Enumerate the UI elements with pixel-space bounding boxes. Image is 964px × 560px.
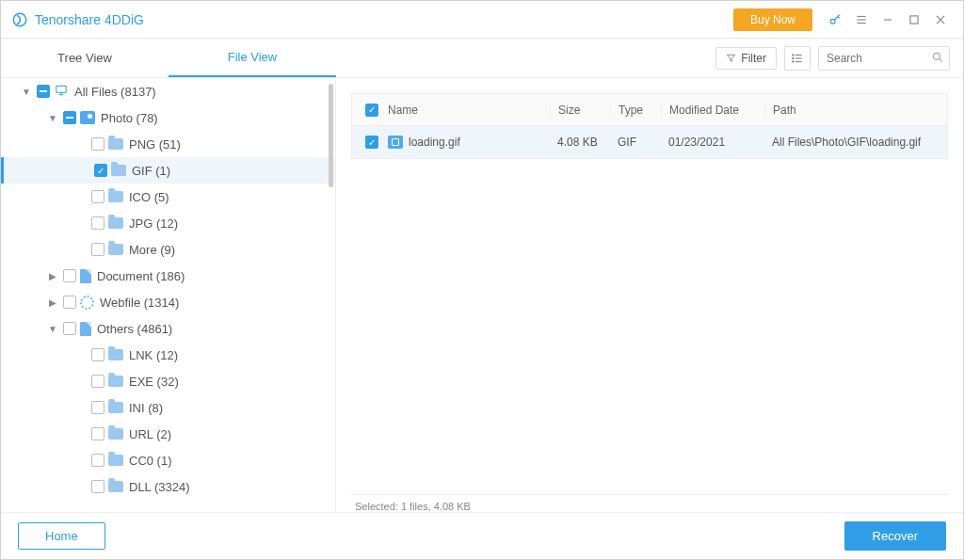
row-checkbox[interactable] xyxy=(365,136,378,149)
checkbox[interactable] xyxy=(37,85,50,98)
chevron-down-icon: ▼ xyxy=(20,87,33,97)
search-icon xyxy=(931,51,944,68)
tree-label: Photo (78) xyxy=(101,111,158,125)
tree-dll[interactable]: DLL (3324) xyxy=(1,473,335,500)
tree-label: EXE (32) xyxy=(129,375,179,389)
checkbox[interactable] xyxy=(91,480,104,493)
globe-icon xyxy=(80,296,94,310)
tree-cc0[interactable]: CC0 (1) xyxy=(1,447,335,473)
checkbox[interactable] xyxy=(94,164,107,177)
tree-label: PNG (51) xyxy=(129,137,181,152)
tree-label: INI (8) xyxy=(129,401,163,415)
home-button[interactable]: Home xyxy=(18,522,105,550)
tree-label: JPG (12) xyxy=(129,216,178,231)
list-view-button[interactable] xyxy=(784,46,811,71)
search-wrap xyxy=(818,46,950,71)
search-input[interactable] xyxy=(818,46,950,71)
col-type[interactable]: Type xyxy=(610,104,661,117)
filter-label: Filter xyxy=(741,52,766,65)
image-file-icon xyxy=(388,136,403,149)
checkbox[interactable] xyxy=(91,427,104,440)
folder-icon xyxy=(108,402,123,413)
key-icon[interactable] xyxy=(822,7,848,33)
tree-png[interactable]: PNG (51) xyxy=(1,131,335,157)
checkbox[interactable] xyxy=(91,190,104,203)
filter-button[interactable]: Filter xyxy=(715,47,777,70)
checkbox[interactable] xyxy=(91,137,104,151)
recover-button[interactable]: Recover xyxy=(844,521,946,551)
svg-point-12 xyxy=(793,54,794,55)
checkbox[interactable] xyxy=(91,348,104,361)
scrollbar-track xyxy=(329,78,335,512)
folder-icon xyxy=(108,376,123,387)
status-bar: Selected: 1 files, 4.08 KB xyxy=(351,494,948,512)
checkbox[interactable] xyxy=(91,375,104,388)
tree-webfile[interactable]: ▶ Webfile (1314) xyxy=(1,289,335,315)
tree-exe[interactable]: EXE (32) xyxy=(1,368,335,394)
tree-document[interactable]: ▶ Document (186) xyxy=(1,263,335,289)
chevron-down-icon: ▼ xyxy=(46,113,59,123)
tree-jpg[interactable]: JPG (12) xyxy=(1,210,335,236)
tree-photo[interactable]: ▼ Photo (78) xyxy=(1,104,335,131)
folder-icon xyxy=(108,428,123,440)
tree-ini[interactable]: INI (8) xyxy=(1,394,335,421)
tree-lnk[interactable]: LNK (12) xyxy=(1,342,335,368)
folder-icon xyxy=(108,455,123,466)
checkbox[interactable] xyxy=(91,401,104,414)
chevron-right-icon: ▶ xyxy=(46,271,59,281)
tree-more[interactable]: More (9) xyxy=(1,236,335,263)
select-all-checkbox[interactable] xyxy=(365,104,378,117)
svg-point-15 xyxy=(933,53,940,59)
close-icon[interactable] xyxy=(927,7,954,33)
folder-icon xyxy=(108,217,123,229)
scrollbar-thumb[interactable] xyxy=(329,84,333,187)
checkbox[interactable] xyxy=(63,296,76,309)
folder-icon xyxy=(108,349,123,360)
buy-now-button[interactable]: Buy Now xyxy=(733,8,812,31)
folder-icon xyxy=(108,138,123,150)
col-size[interactable]: Size xyxy=(550,104,610,117)
toolbar-row: Tree View File View Filter xyxy=(1,39,963,78)
tree-label: All Files (8137) xyxy=(74,85,156,99)
checkbox[interactable] xyxy=(91,243,104,256)
photo-icon xyxy=(80,111,95,124)
file-tree-sidebar: ▼ All Files (8137) ▼ Photo (78) PNG (51)… xyxy=(1,78,336,512)
tree-others[interactable]: ▼ Others (4861) xyxy=(1,315,335,342)
svg-line-16 xyxy=(940,58,942,61)
app-logo-icon xyxy=(10,10,29,29)
tab-tree-view[interactable]: Tree View xyxy=(1,39,169,77)
file-date: 01/23/2021 xyxy=(661,136,764,149)
col-path[interactable]: Path xyxy=(764,104,947,117)
file-type: GIF xyxy=(610,136,661,149)
svg-point-13 xyxy=(793,57,794,58)
footer: Home Recover xyxy=(1,512,963,559)
menu-icon[interactable] xyxy=(848,7,875,33)
tree-label: ICO (5) xyxy=(129,190,169,204)
checkbox[interactable] xyxy=(91,216,104,230)
tree-gif[interactable]: GIF (1) xyxy=(1,157,335,184)
tree-url[interactable]: URL (2) xyxy=(1,421,335,447)
file-path: All Files\Photo\GIF\loading.gif xyxy=(764,136,947,149)
file-size: 4.08 KB xyxy=(550,136,610,149)
checkbox[interactable] xyxy=(63,111,76,124)
maximize-icon[interactable] xyxy=(901,7,927,33)
svg-rect-17 xyxy=(56,86,67,92)
checkbox[interactable] xyxy=(63,269,76,282)
document-icon xyxy=(80,322,91,336)
app-title: Tenorshare 4DDiG xyxy=(35,12,144,27)
document-icon xyxy=(80,269,91,283)
tree-label: LNK (12) xyxy=(129,348,178,362)
minimize-icon[interactable] xyxy=(875,7,901,33)
table-row[interactable]: loading.gif 4.08 KB GIF 01/23/2021 All F… xyxy=(352,126,947,158)
tab-file-view[interactable]: File View xyxy=(169,39,336,77)
folder-icon xyxy=(108,244,123,255)
tree-ico[interactable]: ICO (5) xyxy=(1,184,335,210)
checkbox[interactable] xyxy=(91,454,104,467)
tree-label: Others (4861) xyxy=(97,322,172,336)
tree-all-files[interactable]: ▼ All Files (8137) xyxy=(1,78,335,104)
checkbox[interactable] xyxy=(63,322,76,335)
col-date[interactable]: Modified Date xyxy=(661,104,764,117)
folder-icon xyxy=(111,165,126,176)
chevron-right-icon: ▶ xyxy=(46,297,59,308)
folder-icon xyxy=(108,481,123,492)
